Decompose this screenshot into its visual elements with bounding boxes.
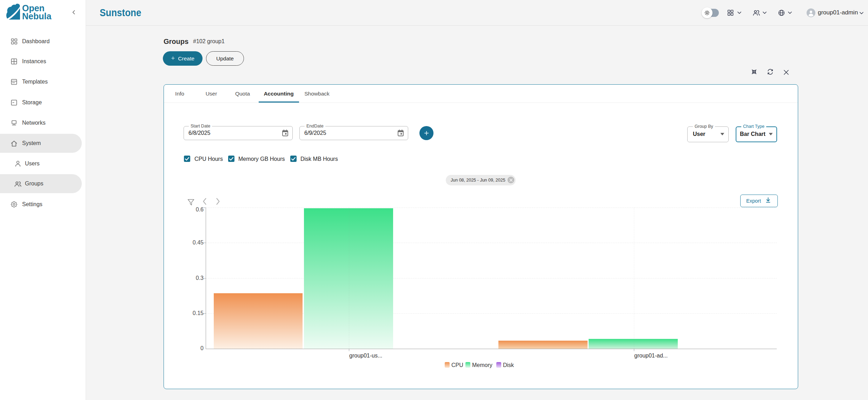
svg-text:Nebula: Nebula xyxy=(22,11,52,20)
